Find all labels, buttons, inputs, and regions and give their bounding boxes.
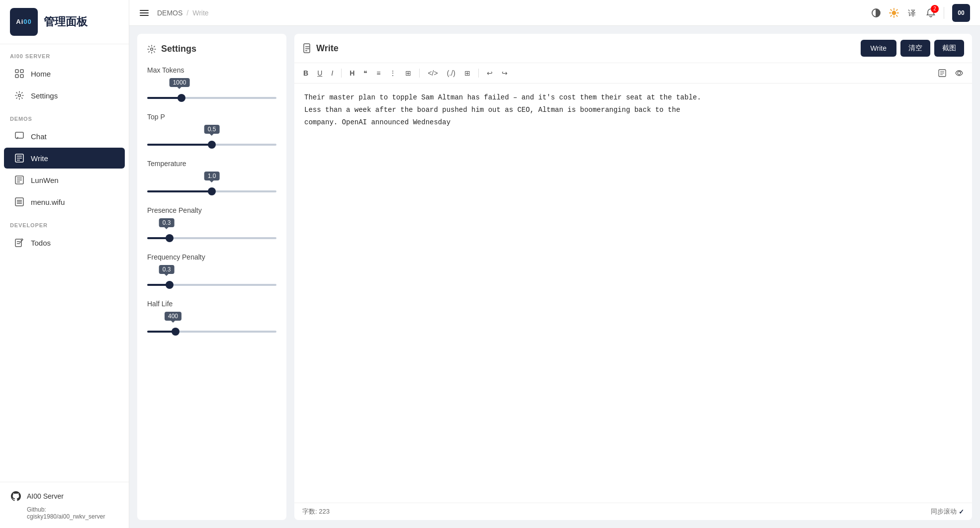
half-life-label: Half Life <box>147 300 276 308</box>
attachment-button[interactable]: ⊞ <box>402 67 414 79</box>
presence-penalty-slider[interactable] <box>147 237 276 239</box>
grid-icon <box>14 68 25 79</box>
setting-max-tokens: Max Tokens 1000 <box>147 66 276 101</box>
settings-panel-title: Settings <box>161 44 196 54</box>
logo-title: 管理面板 <box>44 14 88 29</box>
translate-icon[interactable]: 译 <box>907 7 918 18</box>
table-button[interactable]: ⊞ <box>461 67 473 79</box>
svg-point-4 <box>18 94 21 97</box>
svg-line-31 <box>896 15 897 16</box>
github-link: cgisky1980/ai00_rwkv_server <box>27 513 105 520</box>
max-tokens-slider[interactable] <box>147 97 276 99</box>
sidebar-item-settings-label: Settings <box>31 91 58 100</box>
sidebar-section-demos: DEMOS Chat Write <box>0 107 129 213</box>
menu-icon <box>14 196 25 207</box>
screenshot-button[interactable]: 截图 <box>934 40 964 57</box>
logo-box: Ai00 <box>10 8 38 36</box>
menu-toggle-icon[interactable] <box>139 8 149 18</box>
svg-point-35 <box>151 48 153 50</box>
theme-toggle-icon[interactable] <box>871 8 881 18</box>
write-header: Write Write 清空 截图 <box>294 34 972 63</box>
preview-button[interactable] <box>952 67 966 79</box>
svg-line-32 <box>891 15 891 16</box>
brightness-icon[interactable] <box>889 8 899 18</box>
sidebar-footer: AI00 Server Github: cgisky1980/ai00_rwkv… <box>0 482 129 528</box>
sidebar-item-todos[interactable]: Todos <box>4 232 125 253</box>
write-actions: Write 清空 截图 <box>861 40 964 57</box>
undo-button[interactable]: ↩ <box>484 67 496 79</box>
sidebar-section-ai00: AI00 SERVER Home Settings <box>0 44 129 107</box>
notification-icon[interactable]: 2 <box>926 8 936 18</box>
editor-content: Their master plan to topple Sam Altman h… <box>304 91 962 129</box>
underline-button[interactable]: U <box>314 67 325 79</box>
sidebar-item-home[interactable]: Home <box>4 63 125 84</box>
blockquote-button[interactable]: ❝ <box>360 67 370 79</box>
panels: Settings Max Tokens 1000 Top P 0.5 <box>129 26 980 528</box>
half-life-slider[interactable] <box>147 331 276 333</box>
editor-toolbar: B U I H ❝ ≡ ⋮ ⊞ </> (./) ⊞ ↩ ↪ <box>294 63 972 84</box>
top-p-value: 0.5 <box>204 125 220 134</box>
header-divider <box>944 7 944 19</box>
svg-rect-0 <box>15 70 18 73</box>
frequency-penalty-value: 0.3 <box>159 265 175 274</box>
svg-rect-18 <box>15 239 21 247</box>
svg-point-25 <box>892 11 896 14</box>
sync-label-text: 同步滚动 <box>931 507 957 516</box>
setting-temperature: Temperature 1.0 <box>147 160 276 194</box>
sidebar-item-lunwen[interactable]: LunWen <box>4 170 125 190</box>
inline-code-button[interactable]: (./) <box>444 67 458 79</box>
sync-scroll[interactable]: 同步滚动 ✓ <box>931 507 964 516</box>
max-tokens-slider-container: 1000 <box>147 78 276 101</box>
word-count: 字数: 223 <box>302 507 330 516</box>
clear-button[interactable]: 清空 <box>900 40 930 57</box>
top-p-slider[interactable] <box>147 144 276 146</box>
section-label-demos: DEMOS <box>0 107 129 125</box>
breadcrumb-demos[interactable]: DEMOS <box>157 9 182 17</box>
editor-body[interactable]: Their master plan to topple Sam Altman h… <box>294 84 972 503</box>
settings-title: Settings <box>147 44 276 54</box>
presence-penalty-value: 0.3 <box>159 218 175 227</box>
temperature-slider[interactable] <box>147 190 276 192</box>
sidebar-item-settings[interactable]: Settings <box>4 85 125 106</box>
gear-icon <box>14 90 25 101</box>
redo-button[interactable]: ↪ <box>499 67 511 79</box>
frequency-penalty-label: Frequency Penalty <box>147 253 276 261</box>
notification-badge: 2 <box>931 5 939 13</box>
sidebar-item-menu-wifu[interactable]: menu.wifu <box>4 191 125 212</box>
svg-rect-5 <box>15 132 23 138</box>
temperature-label: Temperature <box>147 160 276 168</box>
settings-panel: Settings Max Tokens 1000 Top P 0.5 <box>137 34 286 520</box>
header: DEMOS / Write <box>129 0 980 26</box>
half-life-value: 400 <box>165 312 181 321</box>
setting-frequency-penalty: Frequency Penalty 0.3 <box>147 253 276 288</box>
sidebar-item-chat-label: Chat <box>31 132 47 141</box>
sidebar-github: AI00 Server <box>10 490 119 502</box>
italic-button[interactable]: I <box>328 67 336 79</box>
svg-line-33 <box>896 9 897 10</box>
bold-button[interactable]: B <box>300 67 311 79</box>
code-button[interactable]: </> <box>425 67 441 79</box>
frequency-penalty-slider[interactable] <box>147 284 276 286</box>
heading-button[interactable]: H <box>347 67 357 79</box>
top-p-label: Top P <box>147 113 276 121</box>
sidebar-item-write[interactable]: Write <box>4 148 125 169</box>
avatar[interactable]: 00 <box>952 4 970 22</box>
top-p-slider-container: 0.5 <box>147 125 276 148</box>
max-tokens-value: 1000 <box>170 78 190 87</box>
write-button[interactable]: Write <box>861 40 896 57</box>
header-right: 译 2 00 <box>871 4 970 22</box>
section-label-ai00: AI00 SERVER <box>0 44 129 62</box>
half-life-slider-container: 400 <box>147 312 276 335</box>
sidebar-github-label: AI00 Server <box>27 492 64 500</box>
presence-penalty-slider-container: 0.3 <box>147 218 276 241</box>
ordered-list-button[interactable]: ⋮ <box>386 67 399 79</box>
write-doc-icon <box>302 43 312 53</box>
github-sub-label: Github: <box>27 506 46 513</box>
unordered-list-button[interactable]: ≡ <box>373 67 383 79</box>
github-icon <box>10 490 22 502</box>
svg-point-44 <box>958 72 961 75</box>
svg-line-30 <box>891 9 891 10</box>
sidebar-item-chat[interactable]: Chat <box>4 126 125 147</box>
breadcrumb-current: Write <box>192 9 208 17</box>
source-view-button[interactable] <box>935 67 949 79</box>
